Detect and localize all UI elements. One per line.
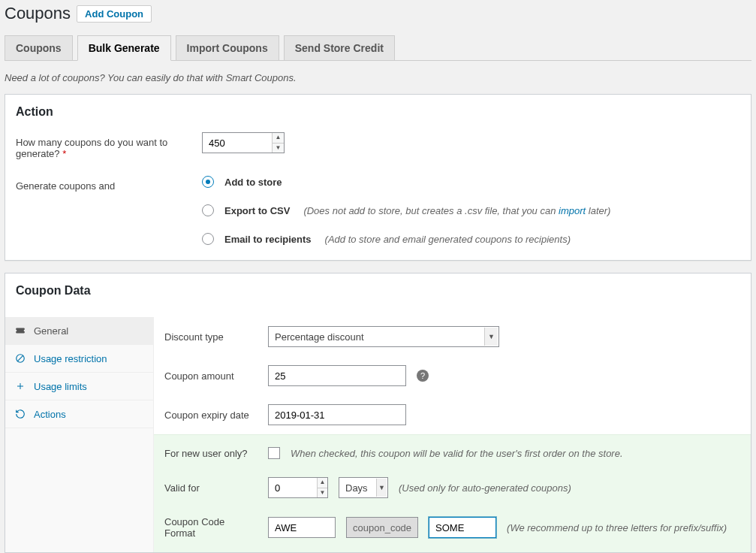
tab-bulk-generate[interactable]: Bulk Generate xyxy=(77,35,171,61)
chevron-down-icon: ▼ xyxy=(376,479,387,497)
page-title: Coupons xyxy=(5,4,71,23)
action-panel: Action How many coupons do you want to g… xyxy=(5,94,751,261)
no-entry-icon xyxy=(14,352,26,364)
coupon-expiry-label: Coupon expiry date xyxy=(164,409,258,421)
radio-add-to-store-label: Add to store xyxy=(224,177,282,188)
code-mid-placeholder: coupon_code xyxy=(346,517,418,538)
side-tab-actions[interactable]: Actions xyxy=(5,400,153,428)
valid-for-unit-value: Days xyxy=(345,482,368,494)
valid-for-label: Valid for xyxy=(164,482,258,494)
code-prefix-input[interactable] xyxy=(268,517,336,538)
valid-for-stepper-up[interactable]: ▲ xyxy=(318,478,327,488)
refresh-icon xyxy=(14,408,26,420)
new-user-hint: When checked, this coupon will be valid … xyxy=(291,448,623,459)
mode-label: Generate coupons and xyxy=(16,176,202,245)
tab-send-store-credit[interactable]: Send Store Credit xyxy=(284,35,395,61)
discount-type-label: Discount type xyxy=(164,331,258,343)
side-tab-usage-restriction[interactable]: Usage restriction xyxy=(5,345,153,373)
coupon-side-tabs: General Usage restriction Usage limits A… xyxy=(5,317,154,552)
code-suffix-input[interactable] xyxy=(429,517,496,538)
radio-add-to-store[interactable] xyxy=(202,176,214,188)
add-coupon-button[interactable]: Add Coupon xyxy=(77,5,152,23)
side-tab-label: Actions xyxy=(34,409,66,420)
side-tab-label: Usage limits xyxy=(34,381,87,392)
count-stepper-up[interactable]: ▲ xyxy=(273,133,284,144)
code-format-hint: (We recommend up to three letters for pr… xyxy=(507,522,727,533)
new-user-checkbox[interactable] xyxy=(268,447,280,459)
side-tab-usage-limits[interactable]: Usage limits xyxy=(5,373,153,400)
plus-icon xyxy=(14,380,26,392)
action-heading: Action xyxy=(16,105,740,119)
ticket-icon xyxy=(14,325,26,337)
coupon-amount-label: Coupon amount xyxy=(164,370,258,382)
count-label: How many coupons do you want to generate… xyxy=(16,137,167,159)
tab-import-coupons[interactable]: Import Coupons xyxy=(176,35,279,61)
chevron-down-icon: ▼ xyxy=(484,328,498,346)
discount-type-value: Percentage discount xyxy=(275,331,364,343)
tabs-bar: Coupons Bulk Generate Import Coupons Sen… xyxy=(5,35,751,61)
coupon-amount-input[interactable] xyxy=(268,365,406,386)
coupon-expiry-input[interactable] xyxy=(268,404,406,425)
required-marker: * xyxy=(62,148,66,159)
radio-email-recipients[interactable] xyxy=(202,233,214,245)
radio-export-csv[interactable] xyxy=(202,204,214,216)
side-tab-label: Usage restriction xyxy=(34,353,107,364)
import-link[interactable]: import xyxy=(559,205,586,216)
valid-for-unit-select[interactable]: Days ▼ xyxy=(339,477,388,498)
radio-email-recipients-label: Email to recipients xyxy=(224,234,312,245)
side-tab-label: General xyxy=(34,325,68,337)
new-user-label: For new user only? xyxy=(164,448,258,459)
coupon-data-panel: Coupon Data General Usage restriction Us… xyxy=(5,273,751,553)
discount-type-select[interactable]: Percentage discount ▼ xyxy=(268,326,499,347)
code-format-label: Coupon Code Format xyxy=(164,516,258,539)
email-recipients-hint: (Add to store and email generated coupon… xyxy=(325,234,571,245)
help-icon[interactable]: ? xyxy=(417,370,429,382)
page-subtitle: Need a lot of coupons? You can easily do… xyxy=(5,72,751,83)
radio-export-csv-label: Export to CSV xyxy=(224,205,290,216)
coupon-data-heading: Coupon Data xyxy=(16,284,740,298)
count-stepper-down[interactable]: ▼ xyxy=(273,144,284,153)
side-tab-general[interactable]: General xyxy=(5,317,153,345)
svg-line-1 xyxy=(17,355,23,361)
tab-coupons[interactable]: Coupons xyxy=(5,35,73,61)
export-csv-hint: (Does not add to store, but creates a .c… xyxy=(303,205,610,216)
valid-for-hint: (Used only for auto-generated coupons) xyxy=(399,482,571,494)
valid-for-stepper-down[interactable]: ▼ xyxy=(318,488,327,498)
